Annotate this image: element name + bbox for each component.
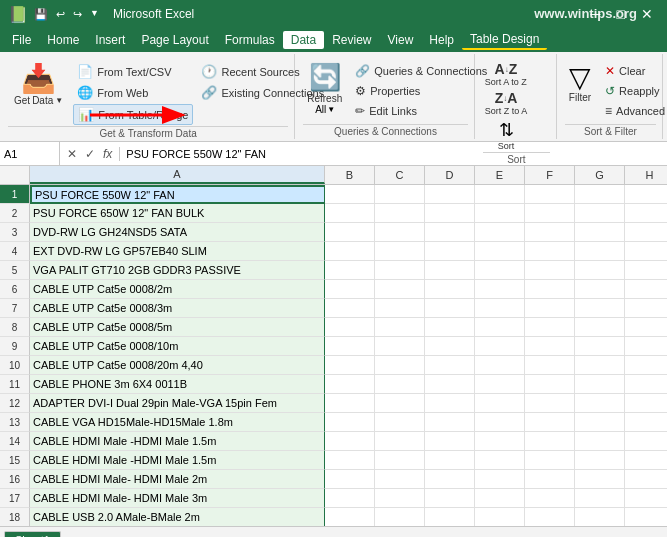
cell-d6[interactable]	[425, 280, 475, 299]
menu-table-design[interactable]: Table Design	[462, 30, 547, 50]
cell-d8[interactable]	[425, 318, 475, 337]
cell-d2[interactable]	[425, 204, 475, 223]
cell-c11[interactable]	[375, 375, 425, 394]
cell-e14[interactable]	[475, 432, 525, 451]
cell-c6[interactable]	[375, 280, 425, 299]
cell-f2[interactable]	[525, 204, 575, 223]
cell-d14[interactable]	[425, 432, 475, 451]
cell-e10[interactable]	[475, 356, 525, 375]
cell-e1[interactable]	[475, 185, 525, 204]
menu-help[interactable]: Help	[421, 31, 462, 49]
refresh-all-button[interactable]: 🔄 Refresh All ▼	[303, 60, 347, 117]
cell-g14[interactable]	[575, 432, 625, 451]
cell-b6[interactable]	[325, 280, 375, 299]
cell-d7[interactable]	[425, 299, 475, 318]
cell-g1[interactable]	[575, 185, 625, 204]
cell-g17[interactable]	[575, 489, 625, 508]
cell-a14[interactable]: CABLE HDMI Male -HDMI Male 1.5m	[30, 432, 325, 451]
cell-c16[interactable]	[375, 470, 425, 489]
cell-h7[interactable]	[625, 299, 667, 318]
cell-a4[interactable]: EXT DVD-RW LG GP57EB40 SLIM	[30, 242, 325, 261]
cell-g2[interactable]	[575, 204, 625, 223]
cell-h9[interactable]	[625, 337, 667, 356]
cell-b16[interactable]	[325, 470, 375, 489]
cell-e15[interactable]	[475, 451, 525, 470]
cell-g4[interactable]	[575, 242, 625, 261]
cell-e16[interactable]	[475, 470, 525, 489]
cell-f5[interactable]	[525, 261, 575, 280]
cell-c2[interactable]	[375, 204, 425, 223]
cell-f15[interactable]	[525, 451, 575, 470]
cell-a1[interactable]: PSU FORCE 550W 12" FAN	[30, 185, 325, 204]
cell-c1[interactable]	[375, 185, 425, 204]
cell-b3[interactable]	[325, 223, 375, 242]
cell-f6[interactable]	[525, 280, 575, 299]
cell-a13[interactable]: CABLE VGA HD15Male-HD15Male 1.8m	[30, 413, 325, 432]
menu-review[interactable]: Review	[324, 31, 379, 49]
cell-d5[interactable]	[425, 261, 475, 280]
cell-h4[interactable]	[625, 242, 667, 261]
cell-d10[interactable]	[425, 356, 475, 375]
cell-b2[interactable]	[325, 204, 375, 223]
cell-g16[interactable]	[575, 470, 625, 489]
cell-d1[interactable]	[425, 185, 475, 204]
from-text-csv-button[interactable]: 📄 From Text/CSV	[73, 62, 193, 81]
cell-g13[interactable]	[575, 413, 625, 432]
cell-a11[interactable]: CABLE PHONE 3m 6X4 0011B	[30, 375, 325, 394]
cell-a18[interactable]: CABLE USB 2.0 AMale-BMale 2m	[30, 508, 325, 526]
cell-h16[interactable]	[625, 470, 667, 489]
cell-e2[interactable]	[475, 204, 525, 223]
cell-c12[interactable]	[375, 394, 425, 413]
cell-e8[interactable]	[475, 318, 525, 337]
cell-g12[interactable]	[575, 394, 625, 413]
cell-f13[interactable]	[525, 413, 575, 432]
cell-f17[interactable]	[525, 489, 575, 508]
cell-b5[interactable]	[325, 261, 375, 280]
cell-b1[interactable]	[325, 185, 375, 204]
cell-e17[interactable]	[475, 489, 525, 508]
cell-f11[interactable]	[525, 375, 575, 394]
cell-g18[interactable]	[575, 508, 625, 526]
filter-button[interactable]: ▽ Filter	[565, 60, 595, 107]
cell-h11[interactable]	[625, 375, 667, 394]
cell-g9[interactable]	[575, 337, 625, 356]
cell-h5[interactable]	[625, 261, 667, 280]
cell-g8[interactable]	[575, 318, 625, 337]
cell-f14[interactable]	[525, 432, 575, 451]
menu-page-layout[interactable]: Page Layout	[133, 31, 216, 49]
cell-b17[interactable]	[325, 489, 375, 508]
cell-b8[interactable]	[325, 318, 375, 337]
cell-f3[interactable]	[525, 223, 575, 242]
cell-h3[interactable]	[625, 223, 667, 242]
menu-view[interactable]: View	[380, 31, 422, 49]
cell-h8[interactable]	[625, 318, 667, 337]
cell-a16[interactable]: CABLE HDMI Male- HDMI Male 2m	[30, 470, 325, 489]
cell-h1[interactable]	[625, 185, 667, 204]
advanced-button[interactable]: ≡ Advanced	[601, 102, 667, 120]
sort-za-button[interactable]: Z ↓ A Sort Z to A	[483, 89, 530, 117]
menu-home[interactable]: Home	[39, 31, 87, 49]
cell-e6[interactable]	[475, 280, 525, 299]
cell-b11[interactable]	[325, 375, 375, 394]
cell-a7[interactable]: CABLE UTP Cat5e 0008/3m	[30, 299, 325, 318]
from-web-button[interactable]: 🌐 From Web	[73, 83, 193, 102]
close-btn[interactable]: ✕	[635, 6, 659, 22]
cell-d15[interactable]	[425, 451, 475, 470]
from-table-range-button[interactable]: 📊 From Table/Range	[73, 104, 193, 125]
cell-d3[interactable]	[425, 223, 475, 242]
cell-c8[interactable]	[375, 318, 425, 337]
cell-b15[interactable]	[325, 451, 375, 470]
cell-a12[interactable]: ADAPTER DVI-I Dual 29pin Male-VGA 15pin …	[30, 394, 325, 413]
cell-e9[interactable]	[475, 337, 525, 356]
cell-h2[interactable]	[625, 204, 667, 223]
reapply-button[interactable]: ↺ Reapply	[601, 82, 667, 100]
cell-d18[interactable]	[425, 508, 475, 526]
cell-b10[interactable]	[325, 356, 375, 375]
cell-g5[interactable]	[575, 261, 625, 280]
cell-c13[interactable]	[375, 413, 425, 432]
cell-h6[interactable]	[625, 280, 667, 299]
cell-d12[interactable]	[425, 394, 475, 413]
redo-icon[interactable]: ↪	[73, 8, 82, 21]
cell-e5[interactable]	[475, 261, 525, 280]
cell-c14[interactable]	[375, 432, 425, 451]
